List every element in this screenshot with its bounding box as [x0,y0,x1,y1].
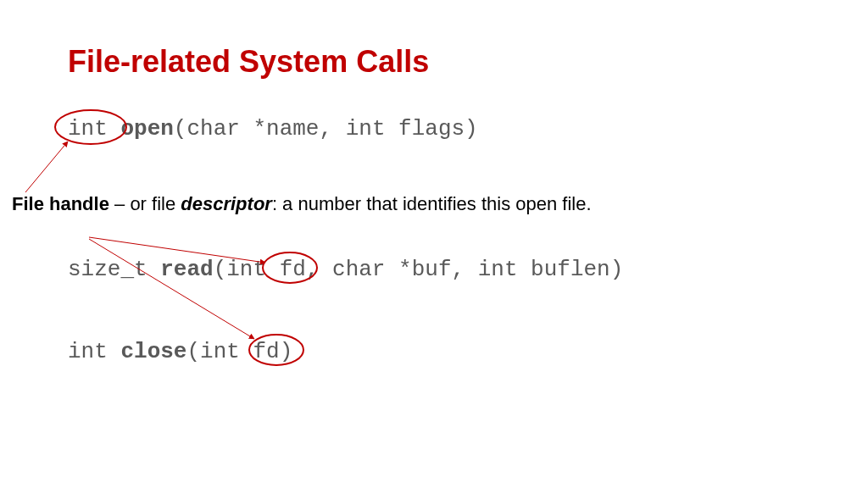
desc-italic: descriptor [181,193,272,214]
description-paragraph: File handle – or file descriptor: a numb… [12,192,605,216]
code-read-signature: size_t read(int fd, char *buf, int bufle… [68,257,623,282]
code-text: (int fd, char *buf, int buflen) [214,257,624,282]
code-text: int [68,339,120,364]
code-keyword-open: open [120,116,173,141]
arrow-to-int [25,141,68,192]
code-open-signature: int open(char *name, int flags) [68,116,478,141]
arrow-to-fd-close [89,239,254,339]
desc-text: – or file [109,193,181,214]
desc-bold: File handle [12,193,109,214]
code-text: (int fd) [186,339,292,364]
code-text: size_t [68,257,160,282]
code-text: (char *name, int flags) [174,116,478,141]
code-close-signature: int close(int fd) [68,339,292,364]
code-text: int [68,116,120,141]
desc-text: : a number that identifies this open fil… [272,193,592,214]
code-keyword-close: close [120,339,186,364]
slide-title: File-related System Calls [68,44,429,80]
code-keyword-read: read [160,257,213,282]
